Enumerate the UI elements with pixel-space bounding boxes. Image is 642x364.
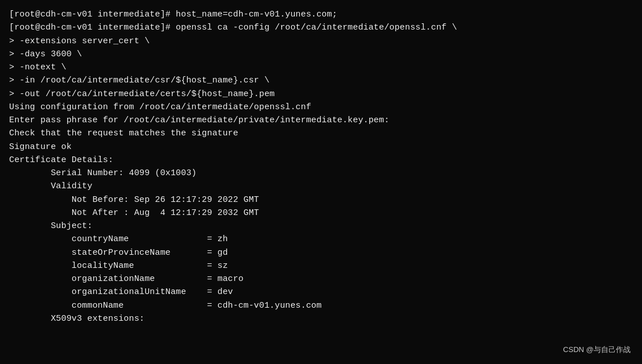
terminal-line: Not Before: Sep 26 12:17:29 2022 GMT	[9, 193, 633, 206]
terminal-line: Subject:	[9, 220, 633, 233]
terminal-line: Enter pass phrase for /root/ca/intermedi…	[9, 114, 633, 127]
terminal-line: commonName = cdh-cm-v01.yunes.com	[9, 299, 633, 312]
terminal-line: countryName = zh	[9, 233, 633, 246]
terminal-line: Not After : Aug 4 12:17:29 2032 GMT	[9, 206, 633, 220]
terminal-line: Certificate Details:	[9, 154, 633, 167]
terminal-line: [root@cdh-cm-v01 intermediate]# openssl …	[9, 21, 633, 34]
terminal-line: > -out /root/ca/intermediate/certs/${hos…	[9, 88, 633, 101]
terminal-line: Check that the request matches the signa…	[9, 127, 633, 140]
terminal-line: Using configuration from /root/ca/interm…	[9, 101, 633, 114]
terminal-line: Signature ok	[9, 140, 633, 154]
terminal-line: organizationName = macro	[9, 272, 633, 286]
terminal-line: Serial Number: 4099 (0x1003)	[9, 167, 633, 180]
terminal-window: [root@cdh-cm-v01 intermediate]# host_nam…	[0, 0, 642, 364]
terminal-line: localityName = sz	[9, 259, 633, 272]
terminal-line: [root@cdh-cm-v01 intermediate]# host_nam…	[9, 8, 633, 21]
watermark: CSDN @与自己作战	[563, 345, 631, 355]
terminal-output: [root@cdh-cm-v01 intermediate]# host_nam…	[9, 8, 633, 325]
terminal-line: > -notext \	[9, 61, 633, 74]
terminal-line: X509v3 extensions:	[9, 312, 633, 325]
terminal-line: Validity	[9, 180, 633, 193]
terminal-line: stateOrProvinceName = gd	[9, 246, 633, 259]
terminal-line: > -extensions server_cert \	[9, 35, 633, 48]
terminal-line: > -days 3600 \	[9, 48, 633, 61]
terminal-line: > -in /root/ca/intermediate/csr/${host_n…	[9, 74, 633, 87]
terminal-line: organizationalUnitName = dev	[9, 286, 633, 299]
